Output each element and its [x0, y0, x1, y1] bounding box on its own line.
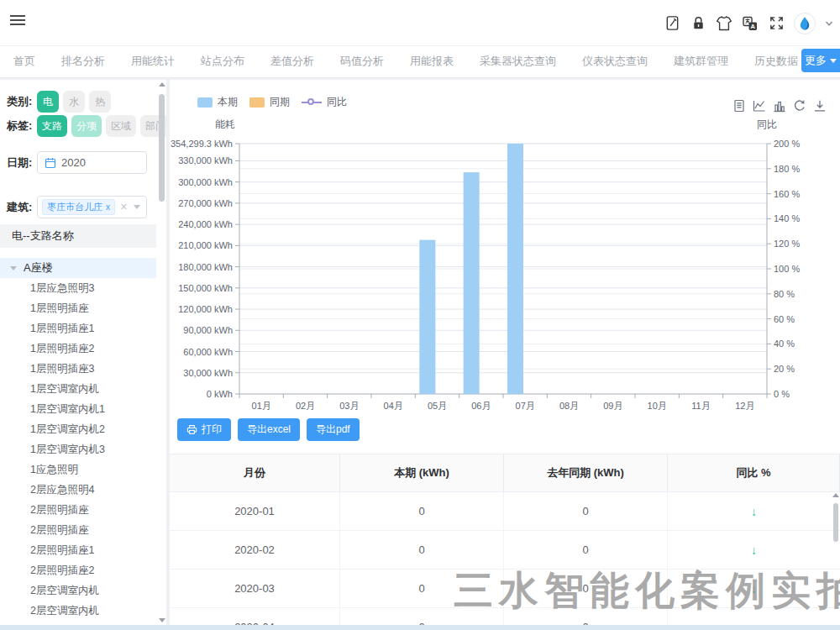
- svg-text:270,000 kWh: 270,000 kWh: [178, 198, 233, 208]
- legend-item-同比[interactable]: 同比: [302, 95, 347, 109]
- tree-item-1[interactable]: 1层照明插座: [0, 298, 156, 318]
- clear-icon[interactable]: ✕: [120, 202, 128, 213]
- tree-root-label: A座楼: [24, 260, 53, 276]
- export-pdf-button[interactable]: 导出pdf: [307, 418, 360, 441]
- svg-text:07月: 07月: [516, 401, 535, 411]
- tab-3[interactable]: 站点分布: [199, 46, 246, 78]
- tab-6[interactable]: 用能报表: [408, 46, 455, 78]
- table-cell: ↓: [668, 531, 840, 570]
- tab-0[interactable]: 首页: [12, 46, 37, 78]
- tree-item-8[interactable]: 1层空调室内机3: [0, 439, 156, 459]
- tab-2[interactable]: 用能统计: [129, 46, 176, 78]
- legend-item-本期[interactable]: 本期: [197, 95, 238, 109]
- scroll-down-icon[interactable]: [159, 618, 165, 622]
- table-cell: 2020-03: [170, 570, 340, 608]
- tab-5[interactable]: 码值分析: [339, 46, 386, 78]
- svg-text:01月: 01月: [252, 401, 271, 411]
- tab-list: 首页排名分析用能统计站点分布差值分析码值分析用能报表采集器状态查询仪表状态查询建…: [12, 46, 840, 78]
- tab-9[interactable]: 建筑群管理: [672, 46, 730, 78]
- scroll-up-icon[interactable]: [832, 493, 839, 497]
- tree-item-0[interactable]: 1层应急照明3: [0, 278, 156, 298]
- tree-item-9[interactable]: 1应急照明: [0, 459, 156, 480]
- legend-label: 同期: [270, 95, 290, 109]
- print-button[interactable]: 打印: [177, 418, 231, 441]
- tree-item-15[interactable]: 2层空调室内机: [0, 580, 156, 601]
- category-pill-0[interactable]: 电: [37, 91, 59, 113]
- tag-pill-2[interactable]: 区域: [106, 115, 136, 137]
- building-select[interactable]: 枣庄市台儿庄 x ✕: [37, 196, 147, 218]
- main-panel: 354,299.3 kWh330,000 kWh300,000 kWh270,0…: [170, 80, 840, 625]
- shirt-icon[interactable]: [716, 15, 732, 32]
- tab-8[interactable]: 仪表状态查询: [580, 46, 649, 78]
- note-icon[interactable]: [664, 15, 680, 32]
- tree-item-12[interactable]: 2层照明插座: [0, 520, 156, 540]
- export-excel-button[interactable]: 导出excel: [238, 418, 300, 441]
- tab-1[interactable]: 排名分析: [60, 46, 107, 78]
- tag-close-icon[interactable]: x: [106, 202, 110, 212]
- tag-pill-1[interactable]: 分项: [71, 115, 102, 137]
- tree-root-node[interactable]: A座楼: [0, 258, 156, 278]
- scrollbar-thumb[interactable]: [159, 94, 165, 202]
- restore-icon[interactable]: [792, 98, 806, 113]
- download-icon[interactable]: [812, 98, 827, 113]
- tree-item-6[interactable]: 1层空调室内机1: [0, 399, 156, 419]
- date-picker[interactable]: 2020: [37, 151, 147, 174]
- bottom-scroll-strip[interactable]: [0, 625, 840, 630]
- legend-label: 本期: [218, 95, 238, 109]
- chevron-down-icon[interactable]: [825, 19, 833, 28]
- water-drop-avatar[interactable]: [794, 13, 816, 34]
- translate-icon[interactable]: A: [742, 15, 759, 32]
- scroll-up-icon[interactable]: [159, 82, 165, 87]
- svg-text:02月: 02月: [296, 401, 315, 411]
- calendar-icon: [45, 157, 56, 169]
- category-row: 类别: 电水热: [7, 91, 111, 113]
- tree-item-3[interactable]: 1层照明插座2: [0, 339, 156, 359]
- tree-item-7[interactable]: 1层空调室内机2: [0, 419, 156, 439]
- building-tag[interactable]: 枣庄市台儿庄 x: [42, 199, 115, 215]
- tag-pill-0[interactable]: 支路: [37, 115, 67, 137]
- table-row-1[interactable]: 2020-0200↓: [170, 531, 840, 570]
- category-pill-2[interactable]: 热: [89, 91, 111, 113]
- data-view-icon[interactable]: [732, 98, 746, 113]
- tab-7[interactable]: 采集器状态查询: [478, 46, 558, 78]
- svg-text:08月: 08月: [559, 401, 579, 411]
- tree-item-4[interactable]: 1层照明插座3: [0, 359, 156, 379]
- table-row-3[interactable]: 2020-0400↓: [170, 608, 840, 625]
- svg-text:160 %: 160 %: [774, 189, 800, 199]
- table-row-0[interactable]: 2020-0100↓: [170, 492, 840, 531]
- category-pills: 电水热: [37, 91, 111, 113]
- export-excel-label: 导出excel: [247, 423, 291, 437]
- date-label: 日期:: [7, 155, 37, 171]
- fullscreen-icon[interactable]: [768, 15, 785, 32]
- legend-item-同期[interactable]: 同期: [249, 95, 290, 109]
- collapse-arrow-icon[interactable]: [10, 266, 17, 270]
- lock-icon[interactable]: [690, 15, 706, 32]
- table-col-3: 同比 %: [668, 454, 840, 492]
- tree-header: 电--支路名称: [0, 224, 156, 248]
- table-scrollbar[interactable]: [832, 493, 839, 619]
- tree-item-2[interactable]: 1层照明插座1: [0, 318, 156, 339]
- date-row: 日期: 2020: [7, 151, 147, 174]
- filter-sidebar: 类别: 电水热 标签: 支路分项区域部门设备 日期: 2020 建筑: 枣庄市台…: [0, 80, 166, 625]
- tree-item-14[interactable]: 2层照明插座2: [0, 560, 156, 580]
- svg-text:90,000 kWh: 90,000 kWh: [183, 325, 233, 335]
- line-chart-icon[interactable]: [752, 98, 766, 113]
- sidebar-scrollbar[interactable]: [158, 82, 165, 622]
- tree-item-5[interactable]: 1层空调室内机: [0, 379, 156, 399]
- table-row-2[interactable]: 2020-0300↓: [170, 570, 840, 608]
- more-button[interactable]: 更多: [801, 49, 840, 72]
- tree-item-11[interactable]: 2层照明插座: [0, 500, 156, 520]
- table-cell: 0: [504, 531, 668, 570]
- table-cell: ↓: [668, 492, 840, 531]
- table-body: 2020-0100↓2020-0200↓2020-0300↓2020-0400↓: [170, 492, 840, 625]
- bar-chart-icon[interactable]: [772, 98, 786, 113]
- hamburger-icon[interactable]: [10, 15, 25, 27]
- tree-item-13[interactable]: 2层照明插座1: [0, 540, 156, 560]
- tab-10[interactable]: 历史数据: [753, 46, 800, 78]
- tab-4[interactable]: 差值分析: [269, 46, 316, 78]
- tree-item-16[interactable]: 2层空调室内机: [0, 601, 156, 621]
- scrollbar-thumb[interactable]: [833, 503, 838, 542]
- table-cell: 0: [504, 608, 668, 625]
- category-pill-1[interactable]: 水: [63, 91, 85, 113]
- tree-item-10[interactable]: 2层应急照明4: [0, 480, 156, 500]
